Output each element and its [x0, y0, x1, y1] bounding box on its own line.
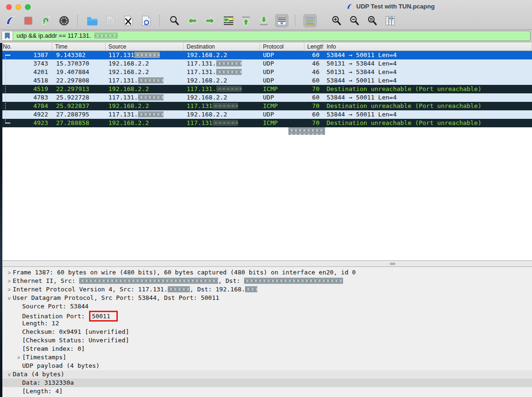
detail-line[interactable]: Checksum: 0x9491 [unverified]	[0, 328, 532, 336]
arrow-up-bar-icon	[240, 15, 252, 26]
column-header-protocol[interactable]: Protocol	[260, 43, 304, 50]
cell-dst: 117.131.	[184, 68, 260, 76]
cell-proto: UDP	[260, 110, 304, 119]
colorize-icon	[304, 15, 316, 26]
close-file-button[interactable]	[122, 14, 135, 27]
detail-line[interactable]: Length: 12	[0, 319, 532, 328]
splitter-handle-icon[interactable]	[390, 263, 395, 265]
zoom-window-button[interactable]	[25, 4, 31, 10]
expand-chevron-icon[interactable]: >	[6, 285, 13, 294]
open-file-button[interactable]	[86, 14, 99, 27]
filter-bookmark-button[interactable]	[2, 31, 13, 41]
display-filter-input[interactable]: udp && ip.addr == 117.131.	[13, 31, 94, 41]
detail-text: Checksum: 0x9491 [unverified]	[22, 328, 129, 335]
detail-line[interactable]: [Stream index: 0]	[0, 345, 532, 353]
packet-row[interactable]: 492327.288858192.168.2.2117.131ICMP70Des…	[0, 119, 532, 127]
detail-line[interactable]: vUser Datagram Protocol, Src Port: 53844…	[0, 294, 532, 302]
stop-capture-button[interactable]	[22, 14, 35, 27]
redacted-ip-block	[138, 77, 164, 83]
column-header-no[interactable]: No.	[0, 43, 52, 50]
packet-row[interactable]: 492227.288795117.131.192.168.2.2UDP60538…	[0, 110, 532, 119]
packet-row[interactable]: 13879.143382117.131192.168.2.2UDP6053844…	[0, 51, 532, 59]
detail-line[interactable]: [Length: 4]	[0, 387, 532, 396]
save-file-button[interactable]	[104, 14, 117, 27]
resize-columns-button[interactable]	[384, 14, 397, 27]
cell-info: 53844 → 50011 Len=4	[324, 76, 532, 85]
reload-file-icon	[141, 15, 151, 26]
cell-proto: ICMP	[260, 119, 304, 127]
cell-info: 53844 → 50011 Len=4	[324, 51, 532, 59]
go-first-packet-button[interactable]	[239, 14, 253, 27]
window-title: UDP Test with TUN.pcapng	[346, 3, 434, 10]
expand-chevron-icon[interactable]: >	[6, 277, 13, 285]
detail-line[interactable]: UDP payload (4 bytes)	[0, 362, 532, 370]
toolbar-separator	[77, 15, 79, 26]
expand-chevron-icon[interactable]: >	[15, 353, 22, 362]
column-header-length[interactable]: Length	[304, 43, 324, 50]
go-back-button[interactable]	[186, 14, 199, 27]
detail-line[interactable]: >[Timestamps]	[0, 353, 532, 362]
pane-splitter[interactable]	[0, 260, 532, 267]
arrow-down-bar-icon	[258, 15, 270, 26]
detail-line[interactable]: vData (4 bytes)	[0, 370, 532, 379]
auto-scroll-icon	[276, 15, 287, 26]
detail-text: Internet Protocol Version 4, Src: 117.13…	[13, 286, 168, 293]
packet-row[interactable]: 420119.407884192.168.2.2117.131.UDP46501…	[0, 68, 532, 76]
gear-icon	[58, 15, 70, 26]
cell-info: Destination unreachable (Port unreachabl…	[324, 119, 532, 127]
go-last-packet-button[interactable]	[257, 14, 270, 27]
highlighted-port-value: 50011	[89, 311, 118, 322]
cell-no: 4784	[0, 102, 52, 110]
zoom-reset-button[interactable]	[366, 14, 379, 27]
go-to-packet-button[interactable]	[221, 14, 235, 27]
detail-text: , Dst: 192.168.	[190, 286, 245, 293]
redacted-ip-block	[216, 69, 242, 75]
reload-file-button[interactable]	[139, 14, 153, 27]
cell-len: 70	[304, 85, 324, 93]
cell-src: 192.168.2.2	[106, 85, 184, 93]
capture-options-button[interactable]	[57, 14, 71, 27]
cell-dst: 192.168.2.2	[184, 110, 260, 119]
redacted-filter-text	[94, 33, 118, 39]
column-header-destination[interactable]: Destination	[184, 43, 260, 50]
detail-line[interactable]: >Internet Protocol Version 4, Src: 117.1…	[0, 285, 532, 294]
find-packet-button[interactable]	[168, 14, 181, 27]
packet-row[interactable]: 374315.370370192.168.2.2117.131.UDP46501…	[0, 59, 532, 68]
detail-text: Ethernet II, Src:	[13, 277, 79, 284]
packet-row[interactable]: 478325.922728117.131.192.168.2.2UDP60538…	[0, 93, 532, 102]
packet-rows: 13879.143382117.131192.168.2.2UDP6053844…	[0, 51, 532, 127]
detail-line[interactable]: Destination Port: 50011	[0, 311, 532, 319]
zoom-out-button[interactable]	[348, 14, 361, 27]
column-header-time[interactable]: Time	[52, 43, 106, 50]
redacted-overflow-block	[288, 127, 325, 135]
go-forward-button[interactable]	[204, 14, 217, 27]
detail-line[interactable]: [Checksum Status: Unverified]	[0, 336, 532, 345]
minimize-window-button[interactable]	[16, 4, 21, 10]
stop-square-icon	[23, 15, 34, 26]
detail-line[interactable]: >Frame 1387: 60 bytes on wire (480 bits)…	[0, 268, 532, 277]
auto-scroll-toggle[interactable]	[275, 14, 288, 27]
detail-line[interactable]: Data: 3132330a	[0, 379, 532, 387]
packet-row[interactable]: 451822.297808117.131.192.168.2.2UDP60538…	[0, 76, 532, 85]
detail-line[interactable]: >Ethernet II, Src: , Dst:	[0, 277, 532, 285]
restart-capture-button[interactable]	[40, 14, 53, 27]
redacted-text-block	[168, 286, 190, 292]
expand-chevron-icon[interactable]: v	[6, 294, 13, 302]
expand-chevron-icon[interactable]: >	[6, 268, 13, 277]
colorize-toggle[interactable]	[303, 14, 317, 27]
packet-row[interactable]: 478425.922837192.168.2.2117.131ICMP70Des…	[0, 102, 532, 110]
packet-row[interactable]: 451922.297913192.168.2.2117.131.ICMP70De…	[0, 85, 532, 93]
expand-chevron-icon[interactable]: v	[6, 370, 13, 379]
close-window-button[interactable]	[6, 4, 12, 10]
cell-time: 9.143382	[52, 51, 106, 59]
cell-proto: UDP	[260, 68, 304, 76]
display-filter-field[interactable]: udp && ip.addr == 117.131.	[1, 31, 531, 41]
magnifier-icon	[169, 15, 180, 26]
column-header-info[interactable]: Info	[324, 43, 532, 50]
start-capture-button[interactable]	[4, 14, 17, 27]
zoom-in-button[interactable]	[330, 14, 343, 27]
column-header-source[interactable]: Source	[106, 43, 184, 50]
detail-text: [Checksum Status: Unverified]	[22, 337, 129, 344]
related-packet-first-tick	[5, 55, 10, 56]
detail-line[interactable]: Source Port: 53844	[0, 302, 532, 311]
